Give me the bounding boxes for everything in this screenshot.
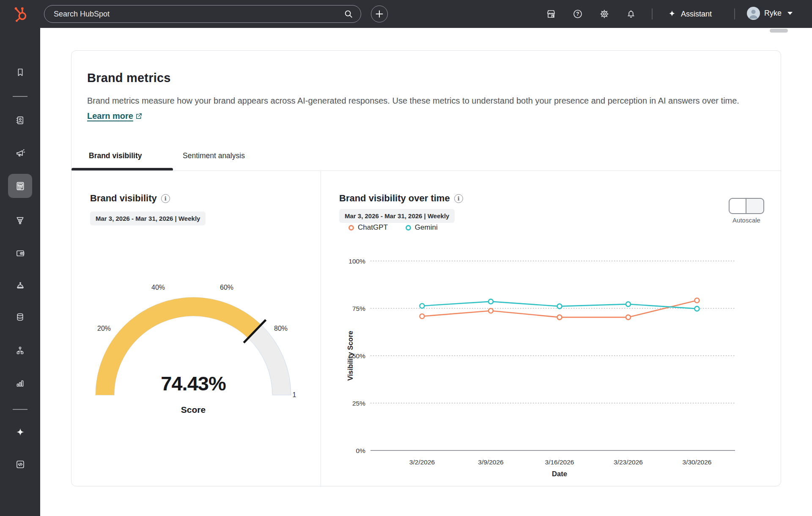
data-point-chatgpt[interactable] <box>557 315 562 320</box>
wallet-icon <box>15 248 25 258</box>
search-icon[interactable] <box>344 9 353 19</box>
topbar-divider <box>734 8 735 19</box>
data-point-chatgpt[interactable] <box>488 308 493 313</box>
line-chart: 0%25%50%75%100%3/2/20263/9/20263/16/2026… <box>321 254 760 485</box>
settings-icon[interactable] <box>599 9 609 19</box>
x-tick-label: 3/23/2026 <box>614 458 643 466</box>
sidebar-item-bookmarks[interactable] <box>0 63 40 82</box>
data-point-gemini[interactable] <box>695 306 700 311</box>
y-tick-label: 100% <box>348 258 365 265</box>
bar-chart-icon <box>15 379 25 388</box>
legend-item-chatgpt[interactable]: ChatGPT <box>348 223 388 232</box>
info-icon[interactable]: i <box>454 194 463 203</box>
gauge-score-label: Score <box>181 405 206 415</box>
data-point-chatgpt[interactable] <box>420 314 425 318</box>
sidebar-item-reporting[interactable] <box>0 374 40 392</box>
autoscale-control: Autoscale <box>729 198 764 224</box>
tab-sentiment-analysis[interactable]: Sentiment analysis <box>183 151 245 160</box>
assistant-button[interactable]: Assistant <box>667 8 712 20</box>
legend-label: Gemini <box>415 223 438 232</box>
topbar-divider <box>652 8 653 19</box>
learn-more-label: Learn more <box>87 111 133 121</box>
sidebar-item-service[interactable] <box>0 276 40 294</box>
x-tick-label: 3/30/2026 <box>683 458 712 466</box>
create-button[interactable] <box>371 5 388 22</box>
line-date-range-badge: Mar 3, 2026 - Mar 31, 2026 | Weekly <box>339 209 455 223</box>
gauge-date-range-badge: Mar 3, 2026 - Mar 31, 2026 | Weekly <box>90 211 206 225</box>
x-axis-title: Date <box>552 470 567 478</box>
person-icon <box>747 7 760 20</box>
line-panel-heading: Brand visibility over time i <box>339 193 463 204</box>
sidebar-item-payments[interactable] <box>0 244 40 263</box>
chart-legend: ChatGPTGemini <box>348 223 438 232</box>
tab-brand-visibility[interactable]: Brand visibility <box>89 151 142 160</box>
left-sidebar <box>0 28 40 516</box>
data-point-gemini[interactable] <box>488 299 493 304</box>
brand-metrics-card: Brand metrics Brand metrics measure how … <box>71 50 781 486</box>
tab-bar: Brand visibility Sentiment analysis <box>71 150 781 171</box>
sidebar-item-ai[interactable] <box>0 423 40 442</box>
sidebar-item-contacts[interactable] <box>0 111 40 129</box>
page-title: Brand metrics <box>87 71 171 85</box>
line-panel-title: Brand visibility over time <box>339 193 450 204</box>
data-point-gemini[interactable] <box>557 304 562 309</box>
gauge-arc <box>83 277 303 420</box>
tab-bar-rule <box>71 170 781 171</box>
marketplace-icon[interactable] <box>546 9 556 19</box>
sidebar-item-content[interactable] <box>8 174 32 198</box>
gauge-tick-80: 80% <box>274 325 288 332</box>
hubspot-logo[interactable] <box>12 5 30 23</box>
user-menu[interactable]: Ryke <box>747 7 793 20</box>
gauge-value: 74.43% <box>161 372 225 395</box>
learn-more-link[interactable]: Learn more <box>87 111 143 121</box>
sidebar-item-marketing[interactable] <box>0 144 40 162</box>
content-icon <box>15 181 26 192</box>
svg-text:?: ? <box>576 11 579 17</box>
sidebar-item-developer[interactable] <box>0 455 40 474</box>
avatar <box>747 7 760 20</box>
external-link-icon <box>135 113 143 120</box>
bookmark-icon <box>16 68 25 77</box>
data-point-chatgpt[interactable] <box>626 315 631 320</box>
help-icon[interactable]: ? <box>573 9 583 19</box>
chevron-down-icon <box>787 12 793 15</box>
y-tick-label: 25% <box>352 400 365 407</box>
funnel-icon <box>15 216 25 225</box>
sidebar-item-data[interactable] <box>0 307 40 326</box>
plus-icon <box>375 10 384 18</box>
assistant-label: Assistant <box>681 10 712 19</box>
data-point-chatgpt[interactable] <box>695 298 700 303</box>
gauge-max-label: 1 <box>293 391 296 399</box>
description-text: Brand metrics measure how your brand app… <box>87 96 739 105</box>
toggle-track <box>746 198 764 214</box>
y-axis-title: Visibility Score <box>346 331 354 381</box>
sidebar-item-automations[interactable] <box>0 341 40 360</box>
legend-marker-icon <box>348 225 354 231</box>
notifications-icon[interactable] <box>626 9 636 19</box>
data-point-gemini[interactable] <box>626 302 631 307</box>
autoscale-toggle[interactable] <box>729 198 764 214</box>
info-icon[interactable]: i <box>161 194 170 203</box>
contacts-icon <box>15 115 25 125</box>
sidebar-item-sales[interactable] <box>0 211 40 230</box>
gauge-tick-60: 60% <box>220 284 233 291</box>
search-input[interactable] <box>44 10 344 19</box>
y-tick-label: 75% <box>352 305 365 312</box>
page-description: Brand metrics measure how your brand app… <box>87 93 755 124</box>
megaphone-icon <box>15 148 25 158</box>
database-icon <box>15 312 25 322</box>
global-search[interactable] <box>44 5 361 23</box>
legend-item-gemini[interactable]: Gemini <box>406 223 438 232</box>
data-point-gemini[interactable] <box>420 304 425 308</box>
x-tick-label: 3/2/2026 <box>409 458 435 466</box>
scrollbar-thumb[interactable] <box>770 29 788 33</box>
gauge-panel-title: Brand visibility <box>90 193 157 204</box>
gauge-tick-20: 20% <box>97 325 111 332</box>
sidebar-divider <box>13 96 27 97</box>
top-navigation-bar: ? Assistant <box>0 0 812 28</box>
autoscale-label: Autoscale <box>729 217 764 224</box>
toggle-knob <box>729 198 746 214</box>
legend-marker-icon <box>406 225 411 231</box>
y-tick-label: 50% <box>352 352 365 360</box>
x-tick-label: 3/9/2026 <box>478 458 503 466</box>
